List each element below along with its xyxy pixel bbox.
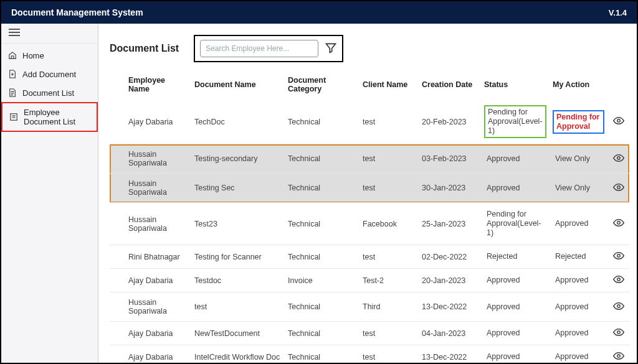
cell-status: Pending for Approval(Level-1) [480, 203, 549, 245]
cell-client: test [359, 144, 418, 174]
cell-client: test [359, 174, 418, 203]
cell-action: View Only [549, 144, 608, 174]
sidebar-item-label: Add Document [22, 70, 76, 79]
table-row[interactable]: Hussain SopariwalaTesting SecTechnicalte… [110, 174, 629, 203]
eye-icon [613, 155, 624, 164]
sidebar-item-add-document[interactable]: Add Document [1, 65, 98, 83]
view-button[interactable] [608, 203, 629, 245]
sidebar-item-document-list[interactable]: Document List [1, 83, 98, 102]
cell-action: Rejected [549, 245, 608, 269]
topbar: Document Management System V.1.4 [1, 1, 637, 24]
cell-action: Approved [549, 345, 608, 363]
view-button[interactable] [608, 292, 629, 322]
cell-client: test [359, 245, 418, 269]
svg-point-5 [617, 254, 621, 258]
cell-category: Technical [284, 203, 359, 245]
cell-action: Pending for Approval [549, 100, 608, 144]
doc-list-icon [7, 88, 17, 98]
cell-category: Technical [284, 144, 359, 174]
cell-date: 04-Jan-2023 [418, 322, 480, 345]
hamburger-button[interactable] [1, 24, 98, 44]
cell-date: 13-Dec-2022 [418, 292, 480, 322]
cell-category: Technical [284, 345, 359, 363]
view-button[interactable] [608, 269, 629, 292]
table-header-row: Employee Name Document Name Document Cat… [110, 71, 629, 100]
sidebar-item-employee-document-list[interactable]: Employee Document List [1, 102, 98, 132]
cell-client: Facebook [359, 203, 418, 245]
table-row[interactable]: Hussain SopariwalatestTechnicalThird13-D… [110, 292, 629, 322]
eye-icon [613, 253, 624, 261]
cell-status: Approved [480, 292, 549, 322]
view-button[interactable] [608, 100, 629, 144]
svg-point-7 [617, 304, 621, 307]
cell-category: Technical [284, 174, 359, 203]
cell-category: Technical [284, 245, 359, 269]
col-status[interactable]: Status [480, 71, 549, 100]
col-date[interactable]: Creation Date [418, 71, 480, 100]
cell-category: Technical [284, 322, 359, 345]
svg-point-8 [617, 331, 621, 334]
view-button[interactable] [608, 174, 629, 203]
cell-employee: Ajay Dabaria [110, 269, 191, 292]
cell-action: Approved [549, 269, 608, 292]
view-button[interactable] [608, 322, 629, 345]
cell-date: 20-Jan-2023 [418, 269, 480, 292]
search-input[interactable] [200, 40, 318, 57]
table-row[interactable]: Ajay DabariaNewTestDocumentTechnicaltest… [110, 322, 629, 345]
table-row[interactable]: Rini BhatnagarTesting for ScannerTechnic… [110, 245, 629, 269]
emp-doc-icon [9, 112, 19, 122]
document-table: Employee Name Document Name Document Cat… [110, 71, 629, 363]
svg-point-2 [617, 156, 621, 159]
eye-icon [613, 220, 624, 228]
eye-icon [613, 353, 624, 362]
cell-date: 30-Jan-2023 [418, 174, 480, 203]
cell-client: test [359, 100, 418, 144]
col-employee[interactable]: Employee Name [110, 71, 191, 100]
cell-category: Technical [284, 292, 359, 322]
sidebar-item-label: Employee Document List [24, 108, 90, 126]
view-button[interactable] [608, 144, 629, 174]
col-action[interactable]: My Action [549, 71, 608, 100]
table-row[interactable]: Ajay DabariaIntelCredit Workflow DocTech… [110, 345, 629, 363]
cell-status: Pending for Approval(Level-1) [480, 100, 549, 144]
col-category[interactable]: Document Category [284, 71, 359, 100]
cell-category: Invoice [284, 269, 359, 292]
cell-employee: Hussain Sopariwala [110, 144, 191, 174]
cell-document: test [191, 292, 284, 322]
nav-list: Home Add Document Document List [1, 44, 98, 134]
sidebar: Home Add Document Document List [1, 24, 98, 363]
home-icon [7, 50, 17, 60]
table-row[interactable]: Ajay DabariaTestdocInvoiceTest-220-Jan-2… [110, 269, 629, 292]
eye-icon [613, 118, 624, 126]
cell-date: 13-Dec-2022 [418, 345, 480, 363]
cell-document: NewTestDocument [191, 322, 284, 345]
cell-status: Approved [480, 322, 549, 345]
table-row[interactable]: Hussain SopariwalaTest23TechnicalFaceboo… [110, 203, 629, 245]
add-doc-icon [7, 69, 17, 79]
cell-client: test [359, 322, 418, 345]
cell-document: IntelCredit Workflow Doc [191, 345, 284, 363]
col-document[interactable]: Document Name [191, 71, 284, 100]
view-button[interactable] [608, 245, 629, 269]
svg-point-1 [617, 119, 621, 123]
main-content: Document List Employee Name Document Nam… [98, 24, 637, 363]
cell-document: TechDoc [191, 100, 284, 144]
cell-client: Test-2 [359, 269, 418, 292]
sidebar-item-home[interactable]: Home [1, 46, 98, 65]
cell-status: Rejected [480, 245, 549, 269]
eye-icon [613, 329, 624, 338]
table-row[interactable]: Hussain SopariwalaTesting-secondaryTechn… [110, 144, 629, 174]
cell-document: Test23 [191, 203, 284, 245]
eye-icon [613, 276, 624, 285]
col-client[interactable]: Client Name [359, 71, 418, 100]
cell-status: Approved [480, 174, 549, 203]
cell-status: Approved [480, 144, 549, 174]
cell-action: View Only [549, 174, 608, 203]
svg-rect-0 [11, 114, 17, 121]
cell-action: Approved [549, 292, 608, 322]
cell-category: Technical [284, 100, 359, 144]
table-row[interactable]: Ajay DabariaTechDocTechnicaltest20-Feb-2… [110, 100, 629, 144]
view-button[interactable] [608, 345, 629, 363]
cell-status: Approved [480, 269, 549, 292]
filter-icon[interactable] [325, 42, 337, 56]
